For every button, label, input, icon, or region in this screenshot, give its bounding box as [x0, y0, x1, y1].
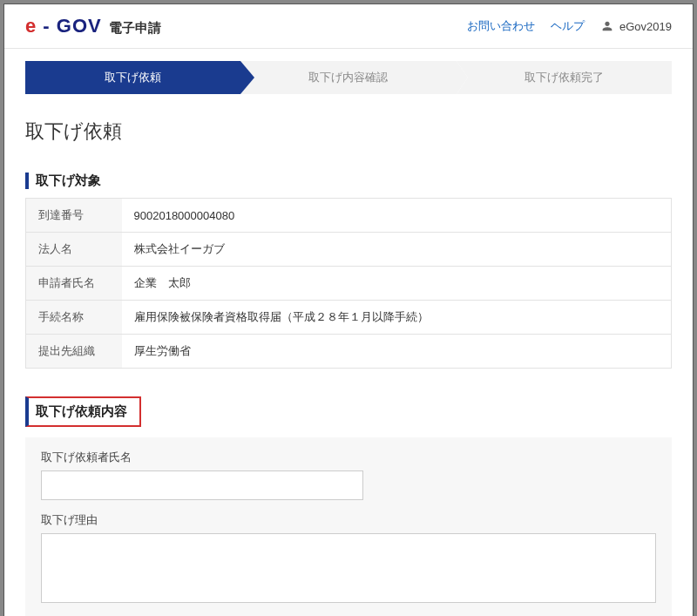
logo-dash: - — [37, 15, 57, 37]
cell-label: 法人名 — [26, 233, 122, 267]
username: eGov2019 — [619, 20, 672, 33]
target-table: 到達番号9002018000004080 法人名株式会社イーガブ 申請者氏名企業… — [25, 198, 672, 369]
header-links: お問い合わせ ヘルプ eGov2019 — [467, 18, 672, 34]
app-window: e - GOV 電子申請 お問い合わせ ヘルプ eGov2019 取下げ依頼 取… — [3, 3, 694, 616]
help-link[interactable]: ヘルプ — [551, 18, 585, 34]
reason-label: 取下げ理由 — [41, 512, 656, 528]
cell-label: 提出先組織 — [26, 335, 122, 369]
request-form: 取下げ依頼者氏名 取下げ理由 — [25, 437, 672, 616]
cell-value: 雇用保険被保険者資格取得届（平成２８年１月以降手続） — [122, 301, 672, 335]
target-heading: 取下げ対象 — [25, 173, 672, 189]
page-title: 取下げ依頼 — [25, 118, 672, 145]
header: e - GOV 電子申請 お問い合わせ ヘルプ eGov2019 — [4, 4, 693, 49]
user-icon — [600, 19, 614, 33]
logo: e - GOV — [25, 15, 102, 37]
cell-value: 9002018000004080 — [122, 199, 672, 233]
cell-value: 企業 太郎 — [122, 267, 672, 301]
user-group[interactable]: eGov2019 — [600, 19, 672, 33]
requester-name-label: 取下げ依頼者氏名 — [41, 450, 656, 465]
logo-group: e - GOV 電子申請 — [25, 15, 161, 37]
cell-label: 手続名称 — [26, 301, 122, 335]
table-row: 提出先組織厚生労働省 — [26, 335, 672, 369]
step-1: 取下げ依頼 — [25, 61, 240, 94]
requester-name-input[interactable] — [41, 470, 363, 500]
contact-link[interactable]: お問い合わせ — [467, 18, 535, 34]
content: 取下げ依頼 取下げ内容確認 取下げ依頼完了 取下げ依頼 取下げ対象 到達番号90… — [4, 49, 693, 616]
table-row: 到達番号9002018000004080 — [26, 199, 672, 233]
table-row: 手続名称雇用保険被保険者資格取得届（平成２８年１月以降手続） — [26, 301, 672, 335]
cell-label: 申請者氏名 — [26, 267, 122, 301]
step-3: 取下げ依頼完了 — [457, 61, 672, 94]
cell-label: 到達番号 — [26, 199, 122, 233]
logo-main: GOV — [57, 15, 102, 37]
table-row: 申請者氏名企業 太郎 — [26, 267, 672, 301]
request-heading: 取下げ依頼内容 — [25, 396, 141, 427]
logo-prefix: e — [25, 15, 37, 37]
table-row: 法人名株式会社イーガブ — [26, 233, 672, 267]
cell-value: 株式会社イーガブ — [122, 233, 672, 267]
reason-textarea[interactable] — [41, 533, 656, 603]
step-2: 取下げ内容確認 — [240, 61, 456, 94]
logo-subtitle: 電子申請 — [109, 20, 161, 37]
cell-value: 厚生労働省 — [122, 335, 672, 369]
stepper: 取下げ依頼 取下げ内容確認 取下げ依頼完了 — [25, 61, 672, 94]
